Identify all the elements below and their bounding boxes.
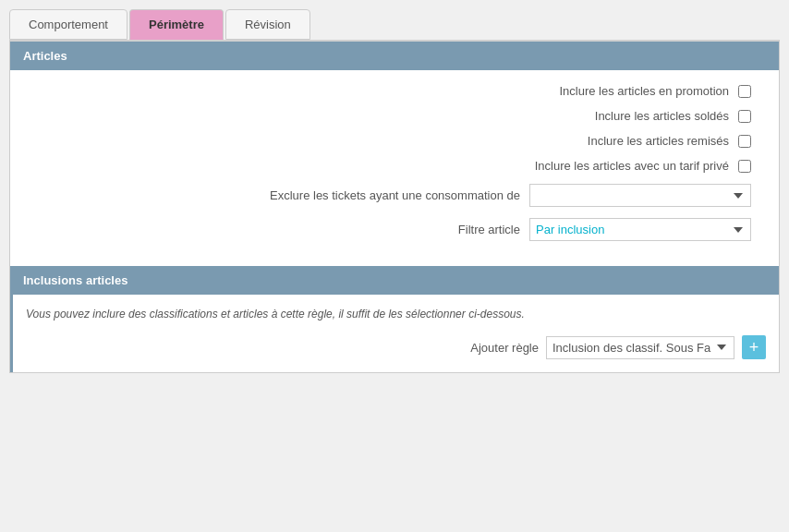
- content-area: Articles Inclure les articles en promoti…: [9, 40, 780, 373]
- tab-bar: Comportement Périmètre Révision: [9, 9, 780, 40]
- promo-row: Inclure les articles en promotion: [38, 84, 751, 98]
- tarif-prive-label: Inclure les articles avec un tarif privé: [535, 159, 729, 173]
- inclusions-section-header: Inclusions articles: [10, 266, 779, 295]
- add-rule-label: Ajouter règle: [470, 341, 539, 355]
- inclusions-body: Vous pouvez inclure des classifications …: [10, 295, 779, 372]
- soldes-label: Inclure les articles soldés: [595, 109, 729, 123]
- soldes-checkbox[interactable]: [738, 110, 751, 123]
- tickets-select[interactable]: Option 1 Option 2: [529, 184, 751, 207]
- tickets-row: Exclure les tickets ayant une consommati…: [38, 184, 751, 207]
- promo-checkbox[interactable]: [738, 85, 751, 98]
- add-rule-button[interactable]: +: [742, 335, 766, 359]
- articles-form: Inclure les articles en promotion Inclur…: [10, 70, 779, 266]
- tickets-label: Exclure les tickets ayant une consommati…: [270, 188, 520, 202]
- inclusions-description: Vous pouvez inclure des classifications …: [26, 308, 766, 320]
- add-rule-select[interactable]: Inclusion des classif. Sous Fa Inclusion…: [546, 336, 734, 359]
- filtre-row: Filtre article Par inclusion Par exclusi…: [38, 218, 751, 241]
- tab-comportement[interactable]: Comportement: [9, 9, 127, 40]
- filtre-label: Filtre article: [458, 223, 520, 236]
- tarif-prive-row: Inclure les articles avec un tarif privé: [38, 159, 751, 173]
- remises-label: Inclure les articles remisés: [588, 134, 729, 148]
- filtre-select[interactable]: Par inclusion Par exclusion: [529, 218, 751, 241]
- soldes-row: Inclure les articles soldés: [38, 109, 751, 123]
- tarif-prive-checkbox[interactable]: [738, 160, 751, 173]
- add-rule-row: Ajouter règle Inclusion des classif. Sou…: [26, 335, 766, 359]
- inclusions-section: Inclusions articles Vous pouvez inclure …: [10, 266, 779, 372]
- remises-row: Inclure les articles remisés: [38, 134, 751, 148]
- main-container: Comportement Périmètre Révision Articles…: [0, 0, 789, 382]
- remises-checkbox[interactable]: [738, 135, 751, 148]
- articles-section-header: Articles: [10, 42, 779, 70]
- tab-revision[interactable]: Révision: [225, 9, 310, 40]
- tab-perimetre[interactable]: Périmètre: [129, 9, 224, 40]
- promo-label: Inclure les articles en promotion: [559, 84, 729, 98]
